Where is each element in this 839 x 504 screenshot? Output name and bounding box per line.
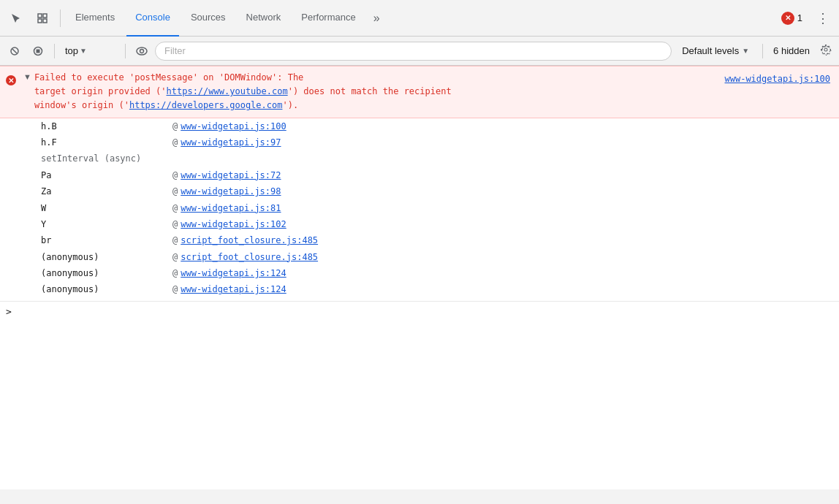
stack-row: h.F@ www-widgetapi.js:97 xyxy=(0,134,839,150)
stack-function-name: Pa xyxy=(41,168,172,183)
svg-point-7 xyxy=(137,47,147,55)
console-content: ✕ ▼ Failed to execute 'postMessage' on '… xyxy=(0,66,839,489)
stack-at-symbol: @ xyxy=(172,184,178,199)
context-dropdown-arrow: ▼ xyxy=(80,47,87,55)
stack-source-link[interactable]: www-widgetapi.js:124 xyxy=(181,266,286,280)
stack-function-name: (anonymous) xyxy=(41,250,172,264)
error-body: Failed to execute 'postMessage' on 'DOMW… xyxy=(34,71,725,113)
tab-elements[interactable]: Elements xyxy=(67,0,124,37)
stack-function-name: h.B xyxy=(41,119,172,134)
error-link-youtube[interactable]: https://www.youtube.com xyxy=(167,86,288,96)
stack-at-symbol: @ xyxy=(172,282,178,297)
stack-source-link[interactable]: script_foot_closure.js:485 xyxy=(181,233,318,248)
stack-at-symbol: @ xyxy=(172,119,178,134)
error-entry: ✕ ▼ Failed to execute 'postMessage' on '… xyxy=(0,66,839,118)
stack-at-symbol: @ xyxy=(172,250,178,264)
stack-function-name: (anonymous) xyxy=(41,282,172,297)
stack-row: h.B@ www-widgetapi.js:100 xyxy=(0,118,839,134)
tab-performance[interactable]: Performance xyxy=(292,0,364,37)
console-toolbar: top ▼ Default levels ▼ 6 hidden xyxy=(0,37,839,66)
stack-row: (anonymous)@ www-widgetapi.js:124 xyxy=(0,281,839,297)
stack-row: Y@ www-widgetapi.js:102 xyxy=(0,216,839,232)
stack-at-symbol: @ xyxy=(172,217,178,232)
error-icon: ✕ xyxy=(6,75,16,85)
console-prompt[interactable]: > xyxy=(0,301,839,321)
stack-row: (anonymous)@ www-widgetapi.js:124 xyxy=(0,265,839,281)
stack-async-separator: setInterval (async) xyxy=(0,150,839,167)
stack-source-link[interactable]: www-widgetapi.js:102 xyxy=(181,217,286,232)
stack-function-name: W xyxy=(41,201,172,215)
prompt-chevron-icon: > xyxy=(6,306,12,317)
stack-source-link[interactable]: www-widgetapi.js:72 xyxy=(181,168,281,183)
stack-row: Za@ www-widgetapi.js:98 xyxy=(0,183,839,199)
tab-console[interactable]: Console xyxy=(126,0,179,37)
svg-rect-1 xyxy=(43,14,47,18)
eye-button[interactable] xyxy=(132,41,152,61)
filter-input[interactable] xyxy=(155,42,672,61)
console-toolbar-divider-3 xyxy=(762,44,763,58)
stack-frames-container: h.B@ www-widgetapi.js:100h.F@ www-widget… xyxy=(0,118,839,298)
context-selector[interactable]: top ▼ xyxy=(61,44,119,58)
error-icon-col: ✕ xyxy=(3,71,20,85)
stack-source-link[interactable]: www-widgetapi.js:124 xyxy=(181,282,286,297)
stack-source-link[interactable]: script_foot_closure.js:485 xyxy=(181,250,318,264)
context-label: top xyxy=(65,45,78,56)
stack-at-symbol: @ xyxy=(172,266,178,280)
stack-row: br@ script_foot_closure.js:485 xyxy=(0,232,839,248)
stack-at-symbol: @ xyxy=(172,201,178,215)
console-toolbar-divider-1 xyxy=(54,44,55,58)
error-link-google[interactable]: https://developers.google.com xyxy=(129,100,283,110)
stack-source-link[interactable]: www-widgetapi.js:98 xyxy=(181,184,281,199)
stack-source-link[interactable]: www-widgetapi.js:97 xyxy=(181,135,281,150)
levels-arrow-icon: ▼ xyxy=(742,47,749,55)
stack-row: W@ www-widgetapi.js:81 xyxy=(0,200,839,216)
tab-sources[interactable]: Sources xyxy=(182,0,235,37)
svg-line-5 xyxy=(12,49,17,53)
expand-error-arrow[interactable]: ▼ xyxy=(20,72,34,81)
clear-console-button[interactable] xyxy=(4,41,25,61)
log-levels-button[interactable]: Default levels ▼ xyxy=(675,44,756,58)
stack-function-name: br xyxy=(41,233,172,248)
stack-at-symbol: @ xyxy=(172,168,178,183)
error-circle-icon: ✕ xyxy=(781,12,794,25)
stack-function-name: Y xyxy=(41,217,172,232)
devtools-tab-bar: Elements Console Sources Network Perform… xyxy=(0,0,839,37)
hidden-count-label[interactable]: 6 hidden xyxy=(769,44,814,58)
stack-function-name: Za xyxy=(41,184,172,199)
error-source-link[interactable]: www-widgetapi.js:100 xyxy=(725,71,840,84)
tab-more-button[interactable]: » xyxy=(368,0,386,37)
error-count-badge[interactable]: ✕ 1 xyxy=(775,10,808,26)
stack-row: Pa@ www-widgetapi.js:72 xyxy=(0,167,839,183)
cursor-icon[interactable] xyxy=(4,7,28,30)
svg-point-8 xyxy=(140,49,144,53)
tab-network[interactable]: Network xyxy=(238,0,290,37)
svg-rect-3 xyxy=(43,19,47,23)
error-count-label: 1 xyxy=(797,12,802,23)
svg-rect-0 xyxy=(38,14,42,18)
stop-recording-button[interactable] xyxy=(28,41,48,61)
error-message: Failed to execute 'postMessage' on 'DOMW… xyxy=(34,72,452,110)
devtools-menu-button[interactable]: ⋮ xyxy=(811,7,835,30)
svg-rect-2 xyxy=(38,19,42,23)
stack-function-name: h.F xyxy=(41,135,172,150)
stack-at-symbol: @ xyxy=(172,135,178,150)
console-settings-icon[interactable] xyxy=(817,41,835,61)
toolbar-divider-1 xyxy=(60,9,61,27)
stack-function-name: (anonymous) xyxy=(41,266,172,280)
stack-at-symbol: @ xyxy=(172,233,178,248)
stack-source-link[interactable]: www-widgetapi.js:100 xyxy=(181,119,286,134)
inspect-icon[interactable] xyxy=(31,7,54,30)
stack-source-link[interactable]: www-widgetapi.js:81 xyxy=(181,201,281,215)
console-toolbar-divider-2 xyxy=(125,44,126,58)
stack-row: (anonymous)@ script_foot_closure.js:485 xyxy=(0,249,839,265)
